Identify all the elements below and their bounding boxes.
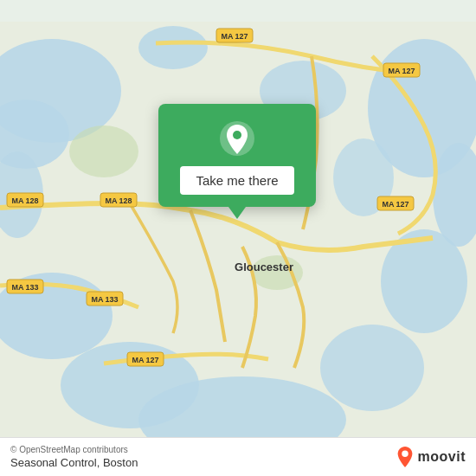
location-pin-icon [218, 119, 256, 158]
svg-point-14 [69, 125, 138, 177]
svg-text:MA 133: MA 133 [11, 283, 38, 292]
app-title-area: © OpenStreetMap contributors Seasonal Co… [10, 445, 138, 469]
moovit-logo: moovit [396, 446, 466, 468]
popup-card: Take me there [158, 104, 316, 207]
svg-text:MA 127: MA 127 [221, 32, 248, 41]
svg-point-10 [320, 325, 424, 411]
svg-point-11 [138, 26, 208, 69]
svg-text:MA 133: MA 133 [91, 295, 118, 304]
svg-text:MA 128: MA 128 [105, 196, 132, 205]
moovit-label: moovit [418, 449, 466, 465]
svg-point-33 [233, 131, 241, 139]
bottom-bar: © OpenStreetMap contributors Seasonal Co… [0, 437, 476, 476]
gloucester-label: Gloucester [235, 261, 293, 273]
map-container: MA 127 MA 127 MA 127 MA 128 MA 128 MA 13… [0, 0, 476, 476]
moovit-pin-icon [396, 446, 415, 468]
svg-text:MA 128: MA 128 [11, 196, 38, 205]
svg-text:MA 127: MA 127 [382, 200, 408, 209]
svg-text:MA 127: MA 127 [388, 67, 415, 75]
map-background: MA 127 MA 127 MA 127 MA 128 MA 128 MA 13… [0, 0, 476, 476]
svg-point-34 [402, 451, 408, 457]
app-name-text: Seasonal Control, Boston [10, 456, 138, 469]
attribution-text: © OpenStreetMap contributors [10, 445, 138, 454]
svg-text:MA 127: MA 127 [132, 356, 158, 364]
take-me-there-button[interactable]: Take me there [180, 166, 293, 195]
